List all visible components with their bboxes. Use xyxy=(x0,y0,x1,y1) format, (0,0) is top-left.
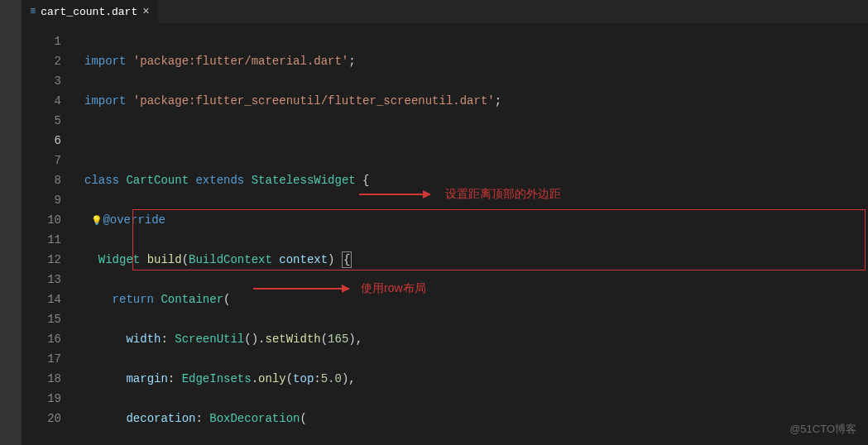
cursor: { xyxy=(342,251,352,268)
code-line: Widget build(BuildContext context) { xyxy=(84,250,689,270)
tab-bar: ≡ cart_count.dart × xyxy=(22,0,868,23)
close-icon[interactable]: × xyxy=(142,5,149,18)
tab-filename: cart_count.dart xyxy=(41,6,137,18)
code-line xyxy=(84,131,689,151)
file-tab[interactable]: ≡ cart_count.dart × xyxy=(22,0,158,23)
annotation-text: 设置距离顶部的外边距 xyxy=(445,187,561,202)
code-editor[interactable]: 1 2 3 4 5 6 7 8 9 10 11 12 13 14 15 16 1… xyxy=(22,23,868,445)
annotation-arrow-icon xyxy=(359,194,430,195)
code-line: class CartCount extends StatelessWidget … xyxy=(84,170,689,190)
code-line: 💡@override xyxy=(84,210,689,230)
annotation-text: 使用row布局 xyxy=(361,281,426,296)
code-content[interactable]: import 'package:flutter/material.dart'; … xyxy=(84,31,689,445)
dart-file-icon: ≡ xyxy=(30,6,36,17)
lightbulb-icon[interactable]: 💡 xyxy=(91,216,103,226)
code-line: import 'package:flutter_screenutil/flutt… xyxy=(84,91,689,111)
code-line: width: ScreenUtil().setWidth(165), xyxy=(84,329,689,349)
code-line: decoration: BoxDecoration( xyxy=(84,409,689,428)
activity-bar xyxy=(0,0,22,445)
annotation-arrow-icon xyxy=(253,288,349,289)
watermark: @51CTO博客 xyxy=(789,422,856,437)
code-line: import 'package:flutter/material.dart'; xyxy=(84,51,689,71)
code-line: margin: EdgeInsets.only(top:5.0), xyxy=(84,369,689,389)
line-number-gutter: 1 2 3 4 5 6 7 8 9 10 11 12 13 14 15 16 1… xyxy=(22,31,83,428)
